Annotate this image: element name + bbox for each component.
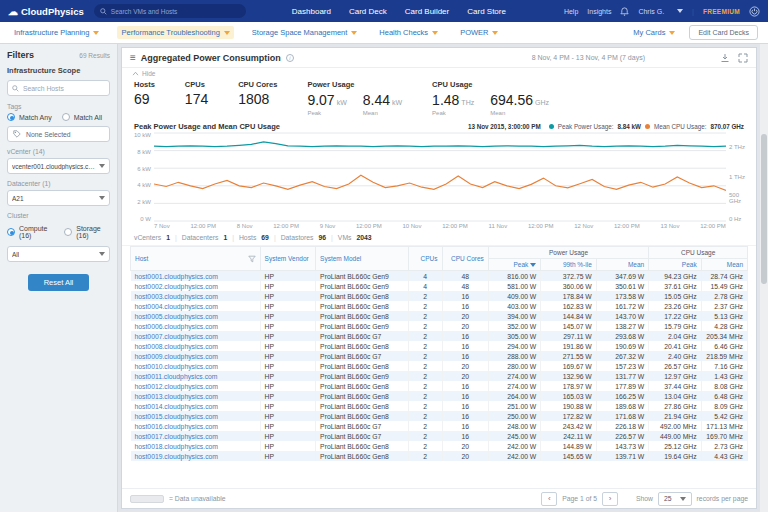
- y-axis-left: 10 kW8 kW6 kW4 kW2 kW0 W: [128, 132, 154, 222]
- topnav-item-card-deck[interactable]: Card Deck: [349, 7, 387, 16]
- chart-plot-area[interactable]: [154, 132, 726, 222]
- table-cell: 293.68 W: [596, 331, 648, 341]
- summary-value-datacenters: 1: [223, 234, 227, 241]
- host-link[interactable]: host0009.cloudphysics.com: [131, 351, 261, 361]
- col-header-vendor[interactable]: System Vendor: [260, 247, 316, 271]
- table-cell: 20: [442, 441, 488, 451]
- table-row: host0002.cloudphysics.comHPProLiant BL66…: [131, 281, 748, 291]
- bell-icon[interactable]: [620, 7, 629, 16]
- tag-selector[interactable]: None Selected: [7, 126, 110, 142]
- table-cell: 16: [442, 291, 488, 301]
- next-page-button[interactable]: ›: [602, 492, 618, 506]
- summary-value-datastores: 96: [319, 234, 327, 241]
- table-cell: HP: [260, 271, 316, 282]
- table-cell: 23.26 GHz: [649, 301, 701, 311]
- table-cell: 132.96 W: [541, 371, 597, 381]
- table-cell: HP: [260, 401, 316, 411]
- table-cell: 20.41 GHz: [649, 341, 701, 351]
- col-header-power-peak[interactable]: Peak: [488, 259, 540, 271]
- global-search-input[interactable]: Search VMs and Hosts: [94, 4, 246, 18]
- table-cell: 242.00 W: [488, 441, 540, 451]
- host-link[interactable]: host0018.cloudphysics.com: [131, 441, 261, 451]
- edit-card-decks-button[interactable]: Edit Card Decks: [689, 25, 758, 40]
- date-range[interactable]: 8 Nov, 4 PM - 13 Nov, 4 PM (7 days): [532, 54, 645, 61]
- info-icon[interactable]: i: [286, 54, 294, 62]
- host-link[interactable]: host0017.cloudphysics.com: [131, 431, 261, 441]
- subnav-item-performance-troubleshooting[interactable]: Performance Troubleshooting: [117, 26, 233, 39]
- x-axis: 7 Nov12:00 PM8 Nov12:00 PM9 Nov12:00 PM1…: [154, 223, 726, 229]
- host-link[interactable]: host0014.cloudphysics.com: [131, 401, 261, 411]
- help-link[interactable]: Help: [564, 8, 578, 15]
- prev-page-button[interactable]: ‹: [541, 492, 557, 506]
- y-tick-label: 4 kW: [128, 182, 151, 188]
- host-link[interactable]: host0016.cloudphysics.com: [131, 421, 261, 431]
- host-link[interactable]: host0011.cloudphysics.com: [131, 371, 261, 381]
- host-link[interactable]: host0008.cloudphysics.com: [131, 341, 261, 351]
- x-tick-label: 9 Nov: [320, 223, 336, 229]
- col-header-cores[interactable]: CPU Cores: [442, 247, 488, 271]
- subnav-item-health-checks[interactable]: Health Checks: [375, 26, 442, 39]
- topnav-item-card-builder[interactable]: Card Builder: [405, 7, 449, 16]
- host-link[interactable]: host0004.cloudphysics.com: [131, 301, 261, 311]
- page-size-select[interactable]: 25: [658, 492, 692, 506]
- host-link[interactable]: host0007.cloudphysics.com: [131, 331, 261, 341]
- host-link[interactable]: host0015.cloudphysics.com: [131, 411, 261, 421]
- col-header-cpu-peak[interactable]: Peak: [649, 259, 701, 271]
- col-header-cpus[interactable]: CPUs: [408, 247, 442, 271]
- power-icon[interactable]: [749, 6, 760, 17]
- my-cards-menu[interactable]: My Cards: [629, 26, 679, 39]
- radio-icon[interactable]: [62, 113, 70, 121]
- compute-radio[interactable]: Compute (16): [7, 225, 56, 239]
- storage-radio[interactable]: Storage (16): [64, 225, 110, 239]
- col-header-power-mean[interactable]: Mean: [596, 259, 648, 271]
- reset-all-button[interactable]: Reset All: [28, 274, 90, 291]
- radio-selected-icon: [7, 113, 15, 121]
- subnav-item-storage-space-management[interactable]: Storage Space Management: [248, 26, 361, 39]
- col-header-cpu-mean[interactable]: Mean: [701, 259, 747, 271]
- datacenter-select[interactable]: A21: [7, 190, 110, 206]
- table-cell: HP: [260, 371, 316, 381]
- user-menu[interactable]: Chris G.: [638, 8, 664, 15]
- hide-toggle[interactable]: Hide: [122, 68, 756, 79]
- search-icon: [12, 85, 19, 92]
- col-header-model[interactable]: System Model: [316, 247, 409, 271]
- table-cell: ProLiant BL660c Gen8: [316, 341, 409, 351]
- expand-icon[interactable]: [738, 53, 748, 63]
- host-link[interactable]: host0003.cloudphysics.com: [131, 291, 261, 301]
- col-header-host[interactable]: Host: [131, 247, 261, 271]
- table-cell: 360.06 W: [541, 281, 597, 291]
- host-link[interactable]: host0012.cloudphysics.com: [131, 381, 261, 391]
- vcenter-select[interactable]: vcenter001.cloudphysics.com: [7, 158, 110, 174]
- host-link[interactable]: host0005.cloudphysics.com: [131, 311, 261, 321]
- download-icon[interactable]: [720, 53, 730, 63]
- col-header-power-p99[interactable]: 99th %-ile: [541, 259, 597, 271]
- page-scrollbar[interactable]: [760, 44, 768, 512]
- filter-funnel-icon[interactable]: [248, 255, 256, 263]
- host-link[interactable]: host0001.cloudphysics.com: [131, 271, 261, 282]
- topnav-item-card-store[interactable]: Card Store: [467, 7, 506, 16]
- topnav-item-dashboard[interactable]: Dashboard: [292, 7, 331, 16]
- cluster-select[interactable]: All: [7, 246, 110, 262]
- host-search-input[interactable]: Search Hosts: [7, 80, 110, 96]
- host-link[interactable]: host0019.cloudphysics.com: [131, 451, 261, 461]
- subnav-item-infrastructure-planning[interactable]: Infrastructure Planning: [10, 26, 103, 39]
- table-cell: 48: [442, 281, 488, 291]
- brand-logo[interactable]: ☁ CloudPhysics: [8, 6, 84, 17]
- table-row: host0016.cloudphysics.comHPProLiant BL66…: [131, 421, 748, 431]
- cpu-series-dot-icon: [645, 124, 650, 129]
- table-cell: 48: [442, 271, 488, 282]
- sort-desc-icon: [530, 263, 536, 267]
- host-link[interactable]: host0010.cloudphysics.com: [131, 361, 261, 371]
- host-link[interactable]: host0002.cloudphysics.com: [131, 281, 261, 291]
- table-cell: 274.00 W: [488, 371, 540, 381]
- stat-cpu-usage: CPU Usage 1.48THz Peak 694.56GHz Mean: [432, 80, 549, 116]
- host-link[interactable]: host0006.cloudphysics.com: [131, 321, 261, 331]
- insights-link[interactable]: Insights: [587, 8, 611, 15]
- table-cell: 161.72 W: [596, 301, 648, 311]
- table-row: host0005.cloudphysics.comHPProLiant BL66…: [131, 311, 748, 321]
- scrollbar-thumb[interactable]: [761, 134, 767, 284]
- subnav-item-power[interactable]: POWER: [456, 26, 502, 39]
- card-menu-icon[interactable]: ≡: [130, 53, 136, 63]
- host-link[interactable]: host0013.cloudphysics.com: [131, 391, 261, 401]
- match-any-radio[interactable]: Match Any Match All: [7, 113, 110, 121]
